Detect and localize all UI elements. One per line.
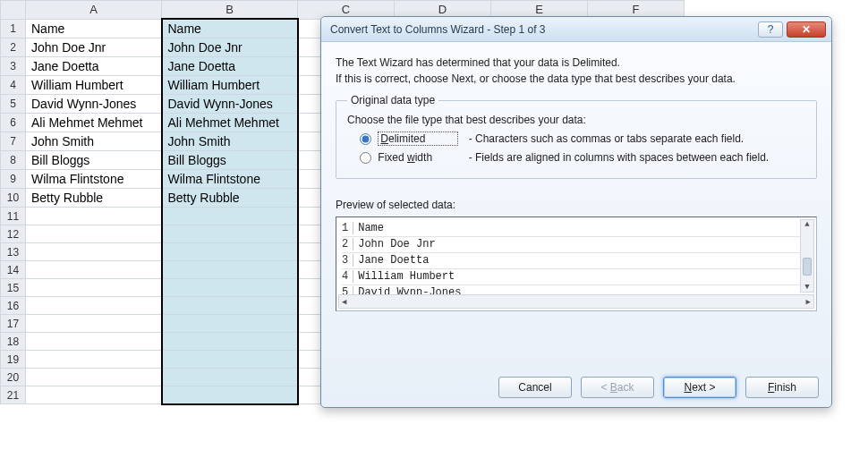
preview-label: Preview of selected data: <box>336 199 817 211</box>
cell-a15[interactable] <box>26 279 162 297</box>
cell-b17[interactable] <box>162 315 298 333</box>
cell-b12[interactable] <box>162 225 298 243</box>
cell-a2[interactable]: John Doe Jnr <box>26 38 162 57</box>
dialog-title: Convert Text to Columns Wizard - Step 1 … <box>330 23 754 36</box>
help-icon: ? <box>768 23 774 36</box>
preview-line: 3Jane Doetta <box>342 253 811 269</box>
row-header[interactable]: 6 <box>1 114 26 132</box>
radio-fixed-width-input[interactable] <box>360 152 371 164</box>
cell-a10[interactable]: Betty Rubble <box>26 189 162 208</box>
row-header[interactable]: 14 <box>1 261 26 279</box>
row-header[interactable]: 2 <box>1 38 26 57</box>
scroll-up-icon: ▲ <box>804 220 809 229</box>
cell-b13[interactable] <box>162 243 298 261</box>
row-header[interactable]: 12 <box>1 225 26 243</box>
row-header[interactable]: 19 <box>1 351 26 369</box>
row-header[interactable]: 9 <box>1 170 26 189</box>
radio-fixed-width[interactable]: Fixed width <box>360 151 462 164</box>
cell-a14[interactable] <box>26 261 162 279</box>
original-data-type-prompt: Choose the file type that best describes… <box>347 114 805 126</box>
cell-b5[interactable]: David Wynn-Jones <box>162 95 298 114</box>
cell-a17[interactable] <box>26 315 162 333</box>
help-button[interactable]: ? <box>758 21 783 38</box>
finish-button[interactable]: Finish <box>745 377 819 398</box>
cell-a9[interactable]: Wilma Flintstone <box>26 170 162 189</box>
cell-a3[interactable]: Jane Doetta <box>26 57 162 76</box>
cell-a7[interactable]: John Smith <box>26 132 162 151</box>
text-to-columns-wizard-dialog: Convert Text to Columns Wizard - Step 1 … <box>320 16 832 408</box>
cell-a5[interactable]: David Wynn-Jones <box>26 95 162 114</box>
row-header[interactable]: 11 <box>1 208 26 225</box>
row-header[interactable]: 21 <box>1 386 26 404</box>
cell-a16[interactable] <box>26 297 162 315</box>
cell-a8[interactable]: Bill Bloggs <box>26 151 162 170</box>
cell-a4[interactable]: William Humbert <box>26 76 162 95</box>
radio-delimited-label: elimited <box>388 132 425 145</box>
cell-a13[interactable] <box>26 243 162 261</box>
row-header[interactable]: 17 <box>1 315 26 333</box>
row-header[interactable]: 7 <box>1 132 26 151</box>
cell-a11[interactable] <box>26 208 162 225</box>
row-header[interactable]: 16 <box>1 297 26 315</box>
cell-b2[interactable]: John Doe Jnr <box>162 38 298 57</box>
wizard-intro-2: If this is correct, choose Next, or choo… <box>336 72 817 85</box>
row-header[interactable]: 8 <box>1 151 26 170</box>
preview-hscrollbar[interactable]: ◀ ▶ <box>338 294 814 309</box>
next-button[interactable]: Next > <box>663 377 736 398</box>
scroll-left-icon: ◀ <box>342 297 346 307</box>
cell-b16[interactable] <box>162 297 298 315</box>
cell-a20[interactable] <box>26 369 162 386</box>
preview-line: 4William Humbert <box>342 269 811 285</box>
cell-b11[interactable] <box>162 208 298 225</box>
cell-b18[interactable] <box>162 333 298 351</box>
row-header[interactable]: 1 <box>1 19 26 38</box>
cell-a1[interactable]: Name <box>26 19 162 38</box>
col-header-a[interactable]: A <box>26 1 162 20</box>
row-header[interactable]: 20 <box>1 369 26 386</box>
cell-b19[interactable] <box>162 351 298 369</box>
cancel-button[interactable]: Cancel <box>498 377 572 398</box>
cell-a19[interactable] <box>26 351 162 369</box>
cell-b3[interactable]: Jane Doetta <box>162 57 298 76</box>
cell-b9[interactable]: Wilma Flintstone <box>162 170 298 189</box>
cell-b21[interactable] <box>162 386 298 404</box>
cell-a18[interactable] <box>26 333 162 351</box>
radio-delimited-input[interactable] <box>360 133 371 145</box>
cell-a6[interactable]: Ali Mehmet Mehmet <box>26 114 162 132</box>
row-header[interactable]: 4 <box>1 76 26 95</box>
radio-fixed-width-desc: - Fields are aligned in columns with spa… <box>469 151 770 164</box>
preview-box: 1Name2John Doe Jnr3Jane Doetta4William H… <box>336 217 817 311</box>
cell-b4[interactable]: William Humbert <box>162 76 298 95</box>
row-header[interactable]: 5 <box>1 95 26 114</box>
original-data-type-legend: Original data type <box>347 94 438 106</box>
cell-b14[interactable] <box>162 261 298 279</box>
close-button[interactable]: ✕ <box>787 21 826 38</box>
preview-vscrollbar[interactable]: ▲ ▼ <box>800 219 814 293</box>
dialog-titlebar[interactable]: Convert Text to Columns Wizard - Step 1 … <box>321 17 831 42</box>
cell-a21[interactable] <box>26 386 162 404</box>
close-icon: ✕ <box>802 23 811 36</box>
back-button: < Back <box>581 377 654 398</box>
select-all-corner[interactable] <box>1 1 26 20</box>
cell-b1[interactable]: Name <box>162 19 298 38</box>
row-header[interactable]: 3 <box>1 57 26 76</box>
cell-b7[interactable]: John Smith <box>162 132 298 151</box>
col-header-b[interactable]: B <box>162 1 298 20</box>
row-header[interactable]: 18 <box>1 333 26 351</box>
cell-b6[interactable]: Ali Mehmet Mehmet <box>162 114 298 132</box>
preview-line: 1Name <box>342 221 811 237</box>
row-header[interactable]: 10 <box>1 189 26 208</box>
radio-delimited[interactable]: Delimited <box>360 132 462 145</box>
wizard-intro-1: The Text Wizard has determined that your… <box>336 56 817 69</box>
cell-b8[interactable]: Bill Bloggs <box>162 151 298 170</box>
cell-b10[interactable]: Betty Rubble <box>162 189 298 208</box>
cell-b15[interactable] <box>162 279 298 297</box>
cell-b20[interactable] <box>162 369 298 386</box>
radio-delimited-desc: - Characters such as commas or tabs sepa… <box>469 132 744 145</box>
row-header[interactable]: 15 <box>1 279 26 297</box>
cell-a12[interactable] <box>26 225 162 243</box>
scroll-right-icon: ▶ <box>806 297 811 307</box>
row-header[interactable]: 13 <box>1 243 26 261</box>
scroll-thumb[interactable] <box>803 258 812 276</box>
scroll-down-icon: ▼ <box>804 283 809 292</box>
